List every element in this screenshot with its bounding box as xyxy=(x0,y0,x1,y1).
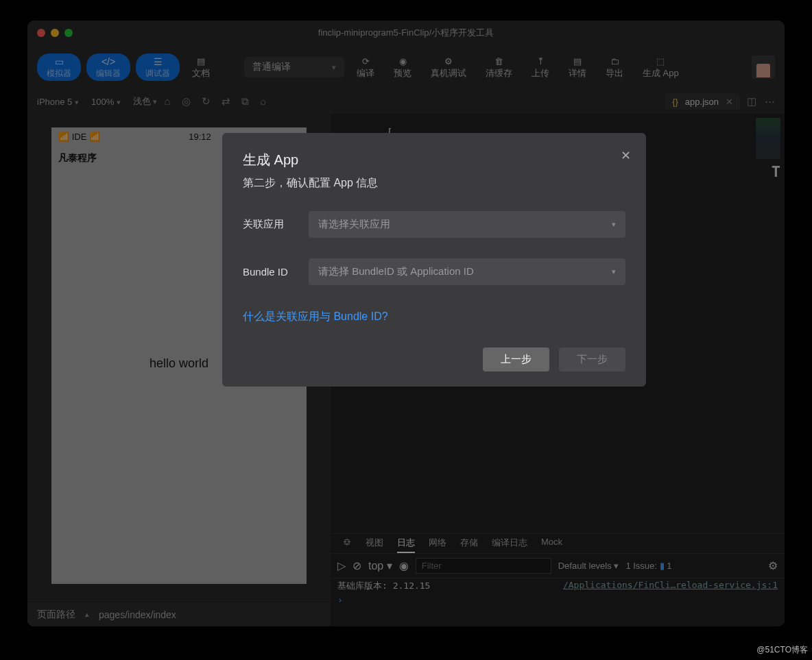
phone-icon: ▭ xyxy=(55,56,64,67)
export-button[interactable]: 🗀 导出 xyxy=(599,53,630,81)
split-icon[interactable]: ◫ xyxy=(747,95,756,108)
titlebar: finclip-miniprogram5-FinClip/小程序开发工具 xyxy=(27,21,785,45)
tab-filename: app.json xyxy=(685,97,719,107)
device-label: iPhone 5 xyxy=(37,97,72,107)
copy-icon[interactable]: ⧉ xyxy=(241,95,249,108)
swap-icon[interactable]: ⇄ xyxy=(222,95,230,108)
refresh-icon: ⟳ xyxy=(362,56,370,66)
location-icon[interactable]: ◎ xyxy=(182,95,191,108)
tab-mock[interactable]: Mock xyxy=(541,537,562,553)
context-select[interactable]: top ▾ xyxy=(368,559,392,572)
eye-icon[interactable]: ◉ xyxy=(399,559,409,572)
chevron-down-icon: ▾ xyxy=(153,97,157,106)
eye-icon: ◉ xyxy=(399,56,407,66)
prev-step-button[interactable]: 上一步 xyxy=(483,347,549,371)
chevron-down-icon: ▾ xyxy=(75,98,79,106)
code-icon: </> xyxy=(102,56,115,67)
close-icon[interactable]: ✕ xyxy=(621,148,631,163)
assoc-app-placeholder: 请选择关联应用 xyxy=(318,218,390,231)
theme-label: 浅色 xyxy=(133,96,151,106)
generate-app-modal: ✕ 生成 App 第二步，确认配置 App 信息 关联应用 请选择关联应用 ▾ … xyxy=(222,133,646,387)
editor-tab[interactable]: {} app.json ✕ xyxy=(665,94,740,110)
tab-storage[interactable]: 存储 xyxy=(460,537,478,553)
console[interactable]: 基础库版本: 2.12.15 /Applications/FinCli…relo… xyxy=(331,578,785,626)
realdevice-label: 真机调试 xyxy=(431,67,466,80)
upload-icon: ⤒ xyxy=(537,56,545,66)
simulator-label: 模拟器 xyxy=(47,68,71,80)
devtools-tabs: ⯐ 视图 日志 网络 存储 编译日志 Mock xyxy=(331,533,785,553)
chevron-down-icon: ▾ xyxy=(612,220,616,229)
debugger-label: 调试器 xyxy=(145,68,170,80)
inspect-icon[interactable]: ⯐ xyxy=(343,537,352,553)
rotate-icon[interactable]: ↻ xyxy=(202,95,211,108)
path-label: 页面路径 xyxy=(37,609,75,621)
upload-button[interactable]: ⤒ 上传 xyxy=(525,53,556,81)
compile-button[interactable]: ⟳ 编译 xyxy=(350,53,381,81)
bundle-id-placeholder: 请选择 BundleID 或 Application ID xyxy=(318,265,474,278)
bundle-id-label: Bundle ID xyxy=(243,266,292,278)
type-mark-icon: T xyxy=(772,163,780,180)
braces-icon: {} xyxy=(672,97,678,107)
device-select[interactable]: iPhone 5 ▾ xyxy=(37,97,79,107)
details-label: 详情 xyxy=(569,67,586,80)
chevron-up-icon[interactable]: ▴ xyxy=(85,610,89,619)
clearcache-button[interactable]: 🗑 清缓存 xyxy=(479,53,519,81)
devtools-controls: ▷ ⊘ top ▾ ◉ Default levels ▾ 1 Issue: ▮ … xyxy=(331,553,785,578)
trash-icon: 🗑 xyxy=(494,56,503,66)
search-icon[interactable]: ⌕ xyxy=(260,95,266,108)
chevron-down-icon: ▾ xyxy=(612,267,616,276)
more-icon[interactable]: ⋯ xyxy=(765,95,775,108)
debugger-button[interactable]: ☰ 调试器 xyxy=(136,53,180,81)
close-icon[interactable]: ✕ xyxy=(726,97,733,107)
editor-button[interactable]: </> 编辑器 xyxy=(86,53,130,81)
theme-select[interactable]: 浅色 ▾ xyxy=(133,95,158,108)
zoom-select[interactable]: 100% ▾ xyxy=(91,97,121,107)
tab-log[interactable]: 日志 xyxy=(397,537,415,553)
preview-button[interactable]: ◉ 预览 xyxy=(387,53,418,81)
compile-mode-select[interactable]: 普通编译 ▾ xyxy=(244,57,344,77)
compile-label: 编译 xyxy=(357,67,374,80)
docs-button[interactable]: ▤ 文档 xyxy=(185,53,217,81)
compile-mode-label: 普通编译 xyxy=(252,61,291,73)
next-step-button[interactable]: 下一步 xyxy=(559,347,625,371)
console-source-link[interactable]: /Applications/FinCli…reload-service.js:1 xyxy=(563,580,778,592)
issues-badge[interactable]: 1 Issue: ▮ 1 xyxy=(625,561,671,571)
clear-icon[interactable]: ⊘ xyxy=(353,559,361,572)
console-message: 基础库版本: 2.12.15 xyxy=(337,580,430,592)
upload-label: 上传 xyxy=(532,67,549,80)
bundle-id-select[interactable]: 请选择 BundleID 或 Application ID ▾ xyxy=(309,258,625,285)
tab-view[interactable]: 视图 xyxy=(366,537,383,553)
chevron-down-icon: ▾ xyxy=(117,98,121,106)
sliders-icon: ☰ xyxy=(154,56,163,67)
console-prompt[interactable]: › xyxy=(337,592,778,605)
simulator-button[interactable]: ▭ 模拟器 xyxy=(37,53,81,81)
modal-title: 生成 App xyxy=(243,151,625,169)
details-button[interactable]: ▤ 详情 xyxy=(562,53,593,81)
gear-icon[interactable]: ⚙ xyxy=(768,559,778,572)
assoc-app-label: 关联应用 xyxy=(243,218,292,231)
sim-time: 19:12 xyxy=(189,132,211,142)
folder-icon: 🗀 xyxy=(610,56,619,66)
clearcache-label: 清缓存 xyxy=(486,67,512,80)
generate-app-button[interactable]: ⬚ 生成 App xyxy=(636,53,686,81)
levels-select[interactable]: Default levels ▾ xyxy=(558,561,619,571)
tab-compilelog[interactable]: 编译日志 xyxy=(492,537,527,553)
home-icon[interactable]: ⌂ xyxy=(164,95,170,108)
bug-icon: ⚙ xyxy=(444,56,453,66)
sub-toolbar: iPhone 5 ▾ 100% ▾ 浅色 ▾ ⌂ ◎ ↻ ⇄ ⧉ ⌕ {} ap… xyxy=(27,89,785,114)
tab-network[interactable]: 网络 xyxy=(429,537,446,553)
filter-input[interactable] xyxy=(416,558,551,574)
main-toolbar: ▭ 模拟器 </> 编辑器 ☰ 调试器 ▤ 文档 普通编译 ▾ ⟳ 编译 ◉ 预… xyxy=(27,45,785,89)
editor-label: 编辑器 xyxy=(96,68,121,80)
realdevice-button[interactable]: ⚙ 真机调试 xyxy=(424,53,473,81)
page-path-bar: 页面路径 ▴ pages/index/index xyxy=(27,602,331,626)
preview-label: 预览 xyxy=(394,67,411,80)
help-link[interactable]: 什么是关联应用与 Bundle ID? xyxy=(243,310,625,324)
path-value[interactable]: pages/index/index xyxy=(99,609,176,620)
generate-app-label: 生成 App xyxy=(643,67,679,80)
assoc-app-select[interactable]: 请选择关联应用 ▾ xyxy=(309,211,625,238)
avatar[interactable] xyxy=(752,56,775,79)
minimap[interactable] xyxy=(756,118,780,159)
docs-label: 文档 xyxy=(192,67,210,80)
play-icon[interactable]: ▷ xyxy=(337,559,346,572)
